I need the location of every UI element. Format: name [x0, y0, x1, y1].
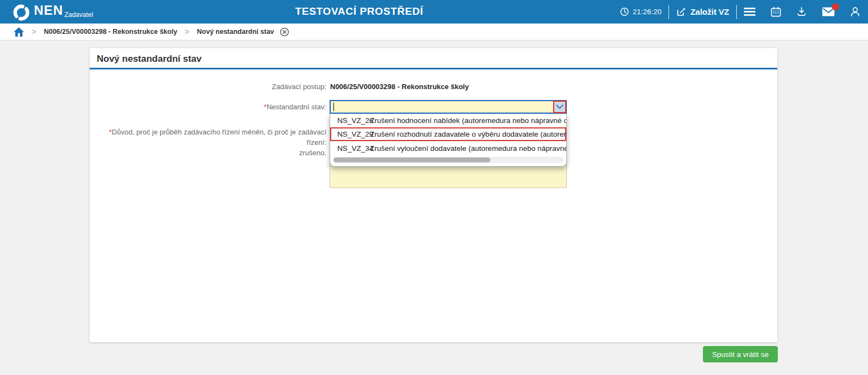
logo-text: NEN: [34, 2, 63, 19]
breadcrumb-item-procedure[interactable]: N006/25/V00003298 - Rekonstrukce školy: [44, 28, 177, 36]
reason-label-line2: zrušeno.: [90, 148, 326, 158]
nonstandard-state-label: *Nestandardní stav:: [90, 103, 326, 111]
create-vz-label: Založit VZ: [690, 7, 729, 16]
home-button[interactable]: [14, 27, 24, 37]
form-card: [90, 48, 777, 342]
reason-label-line1: *Důvod, proč je průběh zadávacího řízení…: [90, 127, 326, 148]
header-divider: [668, 5, 669, 19]
run-and-return-button[interactable]: Spustit a vrátit se: [703, 346, 778, 362]
session-clock: 21:26:20: [620, 7, 662, 16]
nen-logo-icon: [12, 3, 31, 22]
close-icon: [280, 27, 289, 37]
menu-icon: [744, 7, 755, 16]
nonstandard-state-label-text: Nestandardní stav:: [267, 103, 326, 111]
option-text: Zrušení hodnocení nabídek (autoremedura …: [370, 116, 566, 125]
nen-logo[interactable]: NEN Zadavatel: [12, 2, 93, 22]
session-time: 21:26:20: [633, 8, 662, 16]
user-icon: [850, 7, 860, 17]
top-header: NEN Zadavatel TESTOVACÍ PROSTŘEDÍ 21:26:…: [0, 0, 868, 24]
logo-subtext: Zadavatel: [64, 11, 93, 19]
breadcrumb-item-current[interactable]: Nový nestandardní stav: [197, 28, 274, 36]
download-icon: [796, 7, 807, 17]
reason-label: *Důvod, proč je průběh zadávacího řízení…: [90, 127, 326, 158]
nonstandard-state-combobox[interactable]: [330, 100, 567, 114]
calendar-icon: [771, 7, 781, 17]
nonstandard-state-dropdown: NS_VZ_26 Zrušení hodnocení nabídek (auto…: [330, 114, 567, 167]
messages-button[interactable]: [822, 7, 835, 16]
create-vz-button[interactable]: Založit VZ: [676, 7, 729, 17]
user-button[interactable]: [850, 7, 860, 17]
chevron-down-icon: [556, 104, 564, 109]
option-code: NS_VZ_29: [330, 130, 370, 138]
breadcrumb-separator: >: [185, 27, 189, 36]
clock-icon: [620, 7, 629, 16]
header-divider: [736, 5, 737, 19]
download-button[interactable]: [796, 7, 807, 17]
screen: NEN Zadavatel TESTOVACÍ PROSTŘEDÍ 21:26:…: [0, 0, 868, 375]
combobox-dropdown-button[interactable]: [553, 101, 566, 113]
dropdown-option[interactable]: NS_VZ_34 Zrušení vyloučení dodavatele (a…: [330, 141, 566, 155]
procedure-label: Zadávací postup:: [90, 83, 326, 91]
edit-icon: [676, 7, 686, 17]
text-caret: [333, 103, 334, 111]
option-code: NS_VZ_34: [330, 144, 370, 153]
dropdown-option-focused[interactable]: NS_VZ_29 Zrušení rozhodnutí zadavatele o…: [330, 127, 566, 141]
header-actions: 21:26:20 Založit VZ: [620, 0, 860, 24]
option-code: NS_VZ_26: [330, 116, 370, 125]
environment-title: TESTOVACÍ PROSTŘEDÍ: [295, 5, 424, 17]
close-tab-button[interactable]: [280, 27, 289, 37]
procedure-value: N006/25/V00003298 - Rekonstrukce školy: [330, 83, 469, 91]
menu-button[interactable]: [744, 7, 755, 16]
home-icon: [14, 27, 24, 37]
page-title: Nový nestandardní stav: [97, 54, 202, 65]
scrollbar-thumb[interactable]: [333, 157, 490, 162]
title-underline: [90, 68, 777, 69]
breadcrumb: > N006/25/V00003298 - Rekonstrukce školy…: [0, 24, 868, 40]
dropdown-horizontal-scrollbar[interactable]: [333, 157, 564, 163]
calendar-button[interactable]: [771, 7, 781, 17]
option-text: Zrušení rozhodnutí zadavatele o výběru d…: [370, 130, 566, 138]
option-text: Zrušení vyloučení dodavatele (autoremedu…: [370, 144, 566, 153]
notification-badge: [832, 3, 839, 10]
breadcrumb-separator: >: [32, 27, 36, 36]
dropdown-option[interactable]: NS_VZ_26 Zrušení hodnocení nabídek (auto…: [330, 114, 566, 127]
